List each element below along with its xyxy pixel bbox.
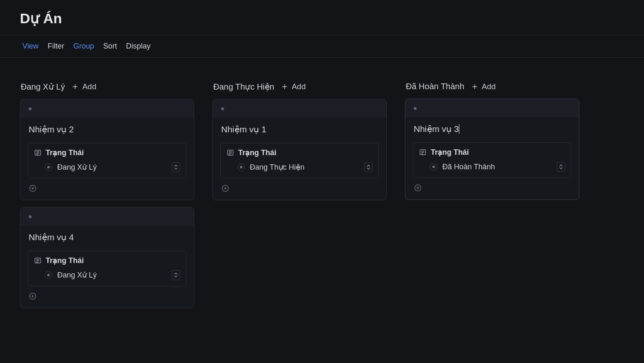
bullet-icon (29, 215, 32, 218)
status-value-wrap: Đang Thực Hiện (237, 163, 305, 172)
select-stepper-icon[interactable] (172, 162, 180, 172)
plus-icon (71, 83, 79, 90)
card-body: Nhiệm vụ 2Trạng TháiĐang Xử Lý (20, 118, 194, 200)
add-property-button[interactable] (28, 292, 186, 302)
board-column: Đang Xử LýAddNhiệm vụ 2Trạng TháiĐang Xử… (20, 82, 194, 315)
toolbar-view[interactable]: View (22, 42, 39, 51)
circle-plus-icon (414, 184, 422, 194)
toolbar-display[interactable]: Display (126, 42, 151, 51)
property-section: Trạng TháiĐang Xử Lý (28, 143, 186, 178)
property-section: Trạng TháiĐã Hoàn Thành (413, 142, 571, 178)
status-select[interactable]: Đang Xử Lý (34, 162, 180, 172)
card-top-bar (20, 100, 194, 118)
add-property-button[interactable] (413, 184, 571, 194)
status-value-wrap: Đang Xử Lý (45, 270, 97, 280)
bullet-icon (221, 107, 224, 110)
column-title: Đã Hoàn Thành (406, 82, 464, 91)
status-value: Đang Thực Hiện (250, 163, 305, 172)
toolbar-filter[interactable]: Filter (48, 42, 64, 51)
select-stepper-icon[interactable] (557, 162, 565, 172)
list-icon (34, 257, 41, 264)
plus-icon (281, 83, 288, 90)
property-section: Trạng TháiĐang Xử Lý (28, 251, 186, 286)
property-section: Trạng TháiĐang Thực Hiện (220, 143, 379, 178)
add-label: Add (482, 82, 496, 91)
property-label-row: Trạng Thái (227, 148, 373, 157)
toolbar: View Filter Group Sort Display (0, 35, 644, 58)
add-label: Add (292, 82, 306, 91)
column-header: Đang Xử LýAdd (20, 82, 194, 92)
card-body: Nhiệm vụ 3Trạng TháiĐã Hoàn Thành (405, 117, 579, 200)
property-label: Trạng Thái (46, 148, 84, 157)
property-label-row: Trạng Thái (34, 148, 180, 157)
board: Đang Xử LýAddNhiệm vụ 2Trạng TháiĐang Xử… (0, 58, 644, 339)
bullet-icon (29, 107, 32, 110)
status-dot-icon (430, 163, 437, 171)
status-value: Đang Xử Lý (57, 270, 97, 280)
task-title[interactable]: Nhiệm vụ 3 (413, 124, 459, 134)
task-title[interactable]: Nhiệm vụ 2 (28, 124, 186, 134)
column-title: Đang Thực Hiện (213, 82, 274, 92)
column-title: Đang Xử Lý (21, 82, 65, 92)
status-value: Đã Hoàn Thành (442, 163, 495, 171)
task-card[interactable]: Nhiệm vụ 1Trạng TháiĐang Thực Hiện (212, 99, 387, 200)
add-property-button[interactable] (28, 184, 186, 194)
list-icon (227, 149, 234, 156)
property-label: Trạng Thái (46, 256, 84, 265)
task-card[interactable]: Nhiệm vụ 3Trạng TháiĐã Hoàn Thành (405, 99, 579, 200)
select-stepper-icon[interactable] (364, 162, 373, 172)
status-select[interactable]: Đang Thực Hiện (227, 162, 373, 172)
task-title[interactable]: Nhiệm vụ 1 (220, 124, 379, 134)
circle-plus-icon (29, 292, 37, 302)
status-select[interactable]: Đang Xử Lý (34, 270, 180, 280)
status-select[interactable]: Đã Hoàn Thành (419, 162, 565, 172)
status-dot-icon (45, 163, 52, 171)
task-title[interactable]: Nhiệm vụ 4 (28, 232, 186, 242)
card-body: Nhiệm vụ 1Trạng TháiĐang Thực Hiện (213, 118, 386, 200)
board-column: Đã Hoàn ThànhAddNhiệm vụ 3Trạng TháiĐã H… (405, 82, 579, 207)
status-value: Đang Xử Lý (57, 163, 97, 172)
toolbar-sort[interactable]: Sort (103, 42, 117, 51)
task-card[interactable]: Nhiệm vụ 2Trạng TháiĐang Xử Lý (20, 99, 194, 200)
plus-icon (471, 83, 478, 90)
list-icon (419, 149, 427, 156)
status-dot-icon (45, 271, 52, 279)
circle-plus-icon (29, 184, 37, 194)
page-title: Dự Án (0, 0, 644, 35)
card-body: Nhiệm vụ 4Trạng TháiĐang Xử Lý (20, 226, 194, 308)
task-card[interactable]: Nhiệm vụ 4Trạng TháiĐang Xử Lý (20, 207, 194, 308)
list-icon (34, 149, 41, 156)
property-label: Trạng Thái (238, 148, 276, 157)
add-card-button[interactable]: Add (71, 82, 96, 91)
toolbar-group[interactable]: Group (73, 42, 94, 51)
status-value-wrap: Đã Hoàn Thành (430, 163, 495, 171)
circle-plus-icon (221, 184, 229, 194)
board-column: Đang Thực HiệnAddNhiệm vụ 1Trạng TháiĐan… (212, 82, 387, 207)
bullet-icon (414, 107, 417, 110)
add-card-button[interactable]: Add (471, 82, 496, 91)
add-label: Add (82, 82, 96, 91)
status-value-wrap: Đang Xử Lý (45, 163, 97, 172)
status-dot-icon (237, 163, 245, 171)
property-label: Trạng Thái (431, 148, 469, 157)
column-header: Đã Hoàn ThànhAdd (405, 82, 579, 91)
column-header: Đang Thực HiệnAdd (212, 82, 387, 92)
property-label-row: Trạng Thái (34, 256, 180, 265)
property-label-row: Trạng Thái (419, 148, 565, 157)
add-card-button[interactable]: Add (281, 82, 306, 91)
select-stepper-icon[interactable] (172, 270, 180, 280)
card-top-bar (213, 100, 386, 118)
add-property-button[interactable] (220, 184, 379, 194)
card-top-bar (20, 207, 194, 226)
card-top-bar (405, 99, 579, 117)
